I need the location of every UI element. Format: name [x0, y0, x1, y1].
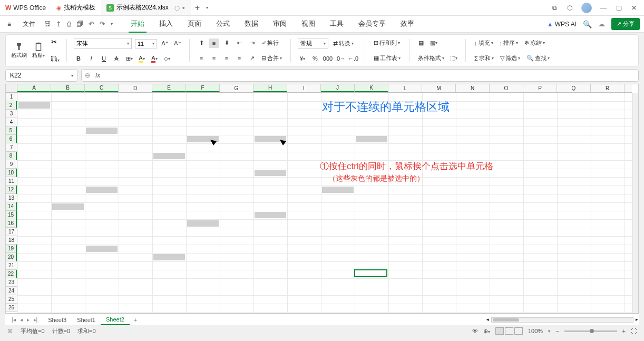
- row-header[interactable]: 20: [6, 253, 17, 261]
- selected-cell[interactable]: [153, 153, 185, 159]
- row-header[interactable]: 4: [6, 118, 17, 126]
- align-left-icon[interactable]: ≡: [197, 54, 206, 63]
- cut-icon[interactable]: ✂: [51, 38, 57, 46]
- add-tab-button[interactable]: +: [191, 3, 204, 13]
- row-header[interactable]: 14: [6, 202, 17, 211]
- row-header[interactable]: 9: [6, 160, 17, 169]
- active-cell[interactable]: [354, 269, 387, 277]
- row-header[interactable]: 7: [6, 143, 17, 152]
- tab-template[interactable]: ◈ 找稻壳模板: [51, 0, 101, 15]
- freeze-button[interactable]: ❄冻结▾: [523, 38, 547, 48]
- first-sheet-icon[interactable]: |◂: [11, 317, 17, 323]
- currency-icon[interactable]: ¥▾: [298, 54, 307, 63]
- row-header[interactable]: 2: [6, 101, 17, 110]
- number-format-select[interactable]: 常规▾: [298, 38, 328, 49]
- add-sheet-button[interactable]: +: [130, 317, 141, 323]
- export-icon[interactable]: ↥: [56, 20, 62, 28]
- redo-icon[interactable]: ↷: [100, 20, 105, 28]
- column-header[interactable]: B: [51, 84, 85, 92]
- vertical-scrollbar[interactable]: [632, 93, 638, 313]
- row-header[interactable]: 15: [6, 211, 17, 219]
- copy-icon[interactable]: ⿻▾: [51, 56, 60, 63]
- cells-area[interactable]: [17, 93, 632, 313]
- maximize-button[interactable]: ▢: [615, 4, 622, 12]
- zoom-slider[interactable]: [564, 330, 617, 332]
- orientation-icon[interactable]: ↗: [247, 54, 257, 63]
- row-header[interactable]: 10: [6, 169, 17, 177]
- table-style-icon[interactable]: ▦: [416, 38, 426, 47]
- page-layout-view-icon[interactable]: [505, 327, 513, 335]
- paste-button[interactable]: 粘贴▾: [31, 41, 46, 60]
- column-header[interactable]: P: [523, 84, 557, 92]
- selected-cell[interactable]: [187, 220, 219, 227]
- dec-inc-icon[interactable]: .0→: [336, 54, 345, 63]
- tab-menu-chevron-icon[interactable]: ▾: [206, 5, 208, 10]
- selected-cell[interactable]: [255, 212, 286, 218]
- tab-member[interactable]: 会员专享: [356, 16, 388, 33]
- font-color-button[interactable]: A▾: [150, 54, 159, 63]
- column-header[interactable]: K: [355, 84, 388, 92]
- fill-button[interactable]: ↓填充▾: [473, 38, 495, 48]
- print-icon[interactable]: ⎙: [67, 20, 71, 28]
- sum-button[interactable]: Σ求和▾: [473, 53, 495, 63]
- align-top-icon[interactable]: ⬆: [197, 38, 206, 48]
- selected-cell[interactable]: [18, 102, 50, 109]
- selected-cell[interactable]: [322, 187, 354, 193]
- row-header[interactable]: 18: [6, 236, 17, 245]
- tab-review[interactable]: 审阅: [271, 16, 289, 33]
- selected-cell[interactable]: [86, 128, 118, 134]
- column-header[interactable]: H: [253, 84, 287, 92]
- row-header[interactable]: 19: [6, 245, 17, 253]
- selected-cell[interactable]: [86, 187, 118, 193]
- normal-view-icon[interactable]: [495, 327, 504, 335]
- multi-window-icon[interactable]: ⧉: [551, 4, 558, 12]
- column-header[interactable]: O: [490, 84, 523, 92]
- highlight-button[interactable]: A▾: [137, 54, 147, 63]
- last-sheet-icon[interactable]: ▸|: [33, 317, 39, 323]
- row-header[interactable]: 5: [6, 126, 17, 135]
- tab-efficiency[interactable]: 效率: [398, 16, 416, 33]
- zoom-icon[interactable]: ⊖: [85, 72, 90, 79]
- selected-cell[interactable]: [356, 136, 387, 142]
- search-icon[interactable]: 🔍: [583, 20, 592, 28]
- row-header[interactable]: 17: [6, 228, 17, 236]
- column-header[interactable]: N: [456, 84, 490, 92]
- prev-sheet-icon[interactable]: ◂: [19, 317, 24, 323]
- worksheet-button[interactable]: ▦工作表▾: [372, 53, 402, 63]
- name-box[interactable]: K22 ▾: [5, 69, 78, 82]
- minimize-button[interactable]: —: [600, 4, 607, 12]
- row-header[interactable]: 11: [6, 177, 17, 186]
- wps-ai-button[interactable]: ▲ WPS AI: [547, 21, 577, 28]
- column-header[interactable]: L: [388, 84, 422, 92]
- tab-tools[interactable]: 工具: [328, 16, 346, 33]
- tab-insert[interactable]: 插入: [157, 16, 175, 33]
- select-all-corner[interactable]: [6, 84, 17, 93]
- find-button[interactable]: 🔍查找▾: [525, 53, 551, 63]
- filter-button[interactable]: ▽筛选▾: [499, 53, 522, 63]
- percent-icon[interactable]: %: [310, 54, 320, 63]
- sort-button[interactable]: ↕排序▾: [498, 38, 520, 48]
- column-header[interactable]: C: [85, 84, 119, 92]
- merge-button[interactable]: ⊟合并▾: [260, 53, 284, 63]
- cell-style-icon[interactable]: ▧▾: [429, 38, 438, 47]
- row-header[interactable]: 25: [6, 295, 17, 304]
- tab-data[interactable]: 数据: [242, 16, 260, 33]
- underline-button[interactable]: U: [99, 54, 109, 63]
- align-justify-icon[interactable]: ≡: [235, 54, 244, 63]
- cube-icon[interactable]: ⬡: [566, 4, 573, 12]
- save-icon[interactable]: 🖫: [44, 20, 51, 28]
- increase-font-icon[interactable]: A⁺: [160, 39, 170, 48]
- sheet-tab[interactable]: Sheet2: [101, 315, 130, 325]
- row-header[interactable]: 21: [6, 261, 17, 270]
- eye-icon[interactable]: 👁: [472, 328, 478, 334]
- font-size-select[interactable]: 11▾: [135, 39, 157, 48]
- row-header[interactable]: 16: [6, 219, 17, 228]
- fullscreen-icon[interactable]: ⛶: [631, 328, 637, 334]
- horizontal-scrollbar[interactable]: ◂ ▸: [491, 317, 633, 323]
- align-bottom-icon[interactable]: ⬇: [222, 38, 231, 48]
- row-header[interactable]: 24: [6, 287, 17, 295]
- share-button[interactable]: ↗ 分享: [611, 18, 640, 30]
- column-header[interactable]: F: [186, 84, 220, 92]
- spreadsheet-grid[interactable]: ABCDEFGHIJKLMNOPQR 123456789101112131415…: [5, 84, 639, 314]
- settings-icon[interactable]: ⛭: [7, 328, 13, 334]
